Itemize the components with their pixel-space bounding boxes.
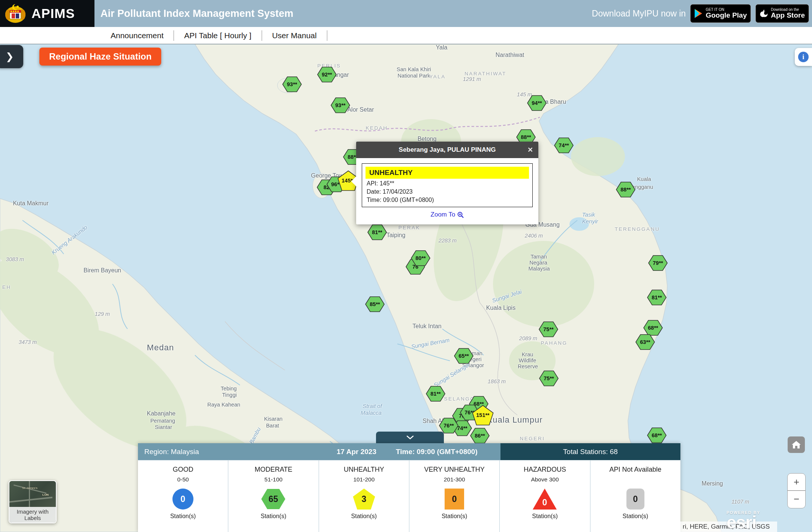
time-label: Time: 09:00 (GMT+0800) bbox=[396, 443, 478, 460]
station-marker[interactable]: 75** bbox=[539, 322, 558, 337]
svg-text:3: 3 bbox=[361, 494, 366, 504]
legend-category-name: UNHEALTHY bbox=[319, 466, 409, 474]
magnifier-plus-icon bbox=[457, 212, 464, 218]
reading-date: Date: 17/04/2023 bbox=[366, 188, 529, 195]
station-marker[interactable]: 81** bbox=[368, 225, 387, 240]
svg-text:63**: 63** bbox=[640, 339, 650, 345]
svg-text:0: 0 bbox=[452, 494, 457, 504]
zoom-out-button[interactable]: − bbox=[788, 491, 805, 508]
svg-text:65**: 65** bbox=[458, 353, 469, 359]
svg-text:86**: 86** bbox=[475, 433, 485, 439]
thumb-label: St. James's bbox=[22, 486, 37, 490]
reading-time: Time: 09:00 (GMT+0800) bbox=[366, 197, 529, 203]
legend-category-good: GOOD0-500Station(s) bbox=[138, 460, 228, 532]
svg-text:74**: 74** bbox=[559, 142, 569, 148]
svg-text:151**: 151** bbox=[476, 412, 490, 418]
legend-category-moderate: MODERATE51-10065Station(s) bbox=[228, 460, 319, 532]
square-legend-icon: 0 bbox=[441, 487, 467, 511]
station-marker[interactable]: 65** bbox=[454, 348, 473, 363]
station-marker[interactable]: 88** bbox=[616, 182, 635, 197]
svg-text:92**: 92** bbox=[322, 72, 332, 78]
hexagon-legend-icon: 65 bbox=[260, 487, 286, 511]
station-marker[interactable]: 74** bbox=[554, 138, 573, 153]
svg-text:79**: 79** bbox=[653, 260, 663, 266]
legend-category-very-unhealthy: VERY UNHEALTHY201-3000Station(s) bbox=[409, 460, 500, 532]
legend-category-range: 0-50 bbox=[138, 476, 228, 483]
app-header: APIMS Air Pollutant Index Management Sys… bbox=[0, 0, 812, 27]
station-marker[interactable]: 79** bbox=[649, 256, 667, 270]
triangle-legend-icon: 0 bbox=[532, 487, 558, 511]
legend-category-range bbox=[590, 476, 680, 483]
circle-legend-icon: 0 bbox=[170, 487, 196, 511]
legend-station-count-label: Station(s) bbox=[409, 513, 499, 520]
legend-category-api-not-available: API Not Available0Station(s) bbox=[590, 460, 680, 532]
svg-text:85**: 85** bbox=[370, 301, 380, 307]
region-label: Region: Malaysia bbox=[144, 443, 199, 460]
popup-title: Seberang Jaya, PULAU PINANG bbox=[399, 146, 496, 154]
legend-station-count-label: Station(s) bbox=[319, 513, 409, 520]
nav-item-user-manual[interactable]: User Manual bbox=[262, 31, 327, 40]
status-badge: UNHEALTHY bbox=[366, 167, 529, 179]
legend-station-count-label: Station(s) bbox=[590, 513, 680, 520]
legend-station-count-label: Station(s) bbox=[500, 513, 590, 520]
zoom-to-link[interactable]: Zoom To bbox=[362, 207, 533, 221]
station-marker[interactable]: 93** bbox=[283, 77, 301, 92]
station-marker[interactable]: 68** bbox=[644, 320, 662, 335]
apple-icon bbox=[760, 9, 768, 18]
svg-text:80**: 80** bbox=[415, 255, 426, 261]
status-bar: Region: Malaysia 17 Apr 2023 Time: 09:00… bbox=[138, 443, 680, 460]
thumb-road bbox=[9, 497, 52, 503]
svg-text:93**: 93** bbox=[335, 102, 346, 108]
regional-haze-button[interactable]: Regional Haze Situation bbox=[39, 48, 161, 66]
station-marker[interactable]: 85** bbox=[366, 297, 384, 312]
nav-separator bbox=[327, 30, 327, 41]
station-marker[interactable]: 86** bbox=[470, 428, 489, 443]
legend-category-range: 101-200 bbox=[319, 476, 409, 483]
header-right: Download MyIPU now in GET IT ON Google P… bbox=[592, 0, 809, 27]
page-title: Air Pollutant Index Management System bbox=[100, 0, 294, 27]
total-stations: Total Stations: 68 bbox=[500, 443, 680, 460]
nav-item-api-table-hourly[interactable]: API Table [ Hourly ] bbox=[174, 31, 261, 40]
chevron-down-icon bbox=[406, 436, 414, 439]
legend-collapse-button[interactable] bbox=[376, 432, 444, 444]
home-icon bbox=[791, 440, 801, 449]
popup-header[interactable]: Seberang Jaya, PULAU PINANG ✕ bbox=[356, 142, 538, 158]
total-stations-label: Total Stations: 68 bbox=[563, 443, 618, 460]
sidebar-expand-button[interactable]: ❯ bbox=[0, 45, 23, 68]
home-extent-button[interactable] bbox=[788, 436, 805, 453]
station-marker[interactable]: 81** bbox=[647, 290, 666, 305]
station-marker[interactable]: 75** bbox=[539, 371, 558, 386]
main-nav: AnnouncementAPI Table [ Hourly ]User Man… bbox=[0, 27, 812, 44]
basemap-toggle-caption: Imagery with Labels bbox=[9, 507, 56, 523]
station-marker[interactable]: 92** bbox=[318, 67, 336, 82]
google-play-badge[interactable]: GET IT ON Google Play bbox=[690, 4, 751, 23]
zoom-in-button[interactable]: + bbox=[788, 474, 805, 491]
nav-item-announcement[interactable]: Announcement bbox=[100, 31, 174, 40]
svg-text:0: 0 bbox=[633, 494, 638, 504]
legend-category-range: Above 300 bbox=[500, 476, 590, 483]
close-icon[interactable]: ✕ bbox=[527, 142, 533, 158]
api-value: API: 145** bbox=[366, 180, 529, 187]
svg-text:0: 0 bbox=[181, 494, 186, 504]
thumb-road bbox=[29, 481, 30, 507]
legend-category-name: API Not Available bbox=[590, 466, 680, 474]
app-store-badge[interactable]: Download on the App Store bbox=[755, 4, 809, 23]
legend-category-name: HAZARDOUS bbox=[500, 466, 590, 474]
station-marker[interactable]: 93** bbox=[331, 98, 350, 113]
station-marker[interactable]: 68** bbox=[647, 428, 666, 443]
legend-category-name: VERY UNHEALTHY bbox=[409, 466, 499, 474]
station-marker[interactable]: 81** bbox=[426, 386, 445, 401]
rounded-square-legend-icon: 0 bbox=[622, 487, 649, 511]
svg-text:75**: 75** bbox=[544, 375, 554, 381]
legend-category-shape: 0 bbox=[138, 487, 228, 511]
basemap-toggle[interactable]: St. James's LON Imagery with Labels bbox=[9, 480, 57, 523]
info-button[interactable]: i bbox=[795, 48, 812, 66]
brand-block: APIMS bbox=[0, 0, 94, 27]
station-marker[interactable]: 63** bbox=[636, 335, 655, 350]
api-legend-panel: Region: Malaysia 17 Apr 2023 Time: 09:00… bbox=[138, 443, 680, 532]
station-marker[interactable]: 94** bbox=[527, 96, 546, 111]
popup-reading-box: UNHEALTHY API: 145** Date: 17/04/2023 Ti… bbox=[362, 163, 533, 207]
svg-text:93**: 93** bbox=[287, 81, 297, 87]
date-label: 17 Apr 2023 bbox=[337, 443, 376, 460]
svg-text:76**: 76** bbox=[443, 423, 454, 429]
